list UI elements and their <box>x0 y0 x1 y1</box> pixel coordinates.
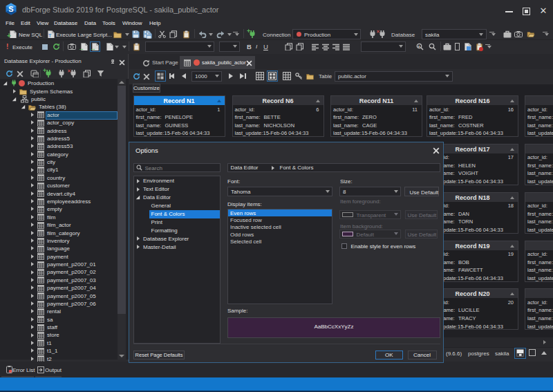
svg-text:S: S <box>8 5 13 13</box>
